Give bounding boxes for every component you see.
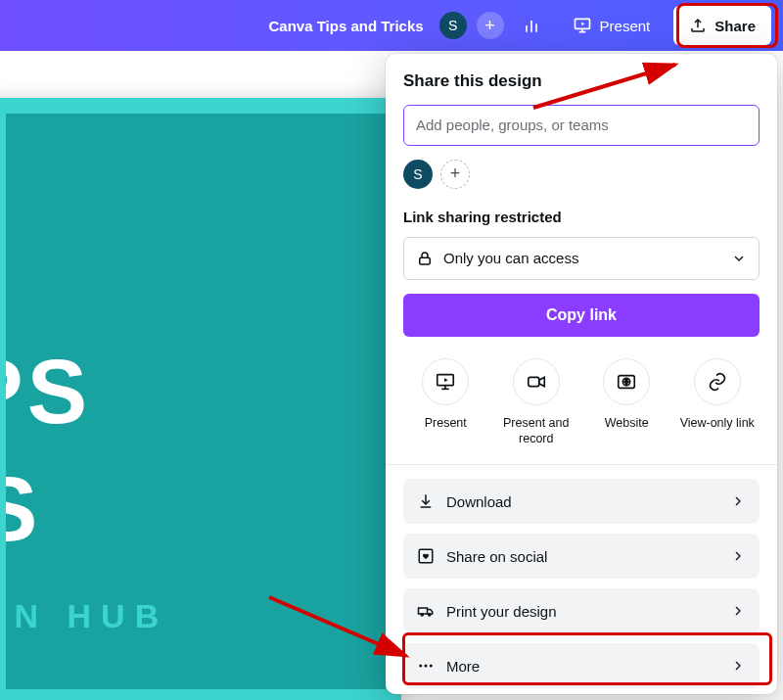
action-share-social[interactable]: Share on social bbox=[403, 534, 760, 579]
present-label: Present bbox=[600, 18, 651, 34]
action-label: Print your design bbox=[446, 603, 557, 620]
action-label: Share on social bbox=[446, 548, 547, 565]
share-panel: Share this design S + Link sharing restr… bbox=[386, 54, 777, 694]
tile-label: View-only link bbox=[680, 415, 755, 431]
share-panel-title: Share this design bbox=[403, 71, 760, 91]
add-person-chip[interactable]: + bbox=[440, 160, 470, 189]
tile-website[interactable]: Website bbox=[584, 358, 669, 447]
copy-link-button[interactable]: Copy link bbox=[403, 294, 760, 337]
chevron-right-icon bbox=[730, 658, 746, 674]
shared-with-row: S + bbox=[403, 160, 760, 189]
svg-marker-6 bbox=[581, 23, 584, 25]
share-tiles: Present Present and record Website View-… bbox=[403, 358, 760, 447]
video-camera-icon bbox=[526, 371, 547, 393]
link-icon bbox=[707, 371, 728, 393]
svg-rect-8 bbox=[420, 257, 431, 264]
share-label: Share bbox=[714, 18, 756, 34]
design-slide[interactable]: A TIPS CKS SIGN HUB bbox=[0, 98, 401, 700]
download-icon bbox=[417, 492, 435, 510]
doc-title[interactable]: Canva Tips and Tricks bbox=[268, 18, 423, 34]
present-button[interactable]: Present bbox=[559, 8, 665, 43]
svg-point-23 bbox=[425, 665, 428, 668]
action-print[interactable]: Print your design bbox=[403, 588, 760, 633]
action-more[interactable]: More bbox=[403, 643, 760, 688]
chevron-right-icon bbox=[730, 493, 746, 509]
chevron-down-icon bbox=[731, 251, 747, 266]
svg-rect-13 bbox=[529, 377, 539, 386]
truck-icon bbox=[417, 602, 435, 620]
tile-label: Present and record bbox=[494, 415, 579, 447]
upload-icon bbox=[689, 17, 707, 34]
top-header: Canva Tips and Tricks S + Present Share bbox=[0, 0, 783, 51]
bar-chart-icon bbox=[522, 16, 541, 35]
tile-present-record[interactable]: Present and record bbox=[494, 358, 579, 447]
tile-view-only-link[interactable]: View-only link bbox=[675, 358, 760, 447]
add-people-input[interactable] bbox=[403, 105, 760, 146]
action-label: Download bbox=[446, 493, 512, 510]
tile-label: Website bbox=[605, 415, 649, 431]
slide-title-line1: A TIPS bbox=[0, 341, 91, 443]
analytics-button[interactable] bbox=[514, 8, 549, 43]
action-label: More bbox=[446, 658, 480, 675]
svg-point-22 bbox=[419, 665, 422, 668]
shared-avatar[interactable]: S bbox=[403, 160, 433, 189]
share-button[interactable]: Share bbox=[673, 6, 771, 45]
lock-icon bbox=[416, 250, 434, 267]
user-avatar[interactable]: S bbox=[439, 12, 467, 39]
access-select[interactable]: Only you can access bbox=[403, 237, 760, 280]
add-member-button[interactable]: + bbox=[477, 12, 504, 39]
share-action-list: Download Share on social Print your desi… bbox=[403, 479, 760, 688]
chevron-right-icon bbox=[730, 603, 746, 619]
action-download[interactable]: Download bbox=[403, 479, 760, 524]
heart-square-icon bbox=[417, 547, 435, 565]
link-sharing-label: Link sharing restricted bbox=[403, 209, 760, 225]
tile-present[interactable]: Present bbox=[403, 358, 488, 447]
divider bbox=[386, 464, 777, 465]
tile-label: Present bbox=[425, 415, 467, 431]
access-select-label: Only you can access bbox=[443, 250, 578, 266]
slide-subtitle: SIGN HUB bbox=[0, 597, 168, 635]
svg-marker-14 bbox=[539, 377, 545, 386]
svg-marker-12 bbox=[444, 378, 448, 382]
presentation-icon bbox=[573, 16, 592, 35]
svg-point-24 bbox=[430, 665, 433, 668]
slide-title-line2: CKS bbox=[0, 458, 41, 561]
presentation-icon bbox=[435, 371, 456, 393]
more-dots-icon bbox=[417, 657, 435, 675]
chevron-right-icon bbox=[730, 548, 746, 564]
globe-icon bbox=[616, 371, 637, 393]
